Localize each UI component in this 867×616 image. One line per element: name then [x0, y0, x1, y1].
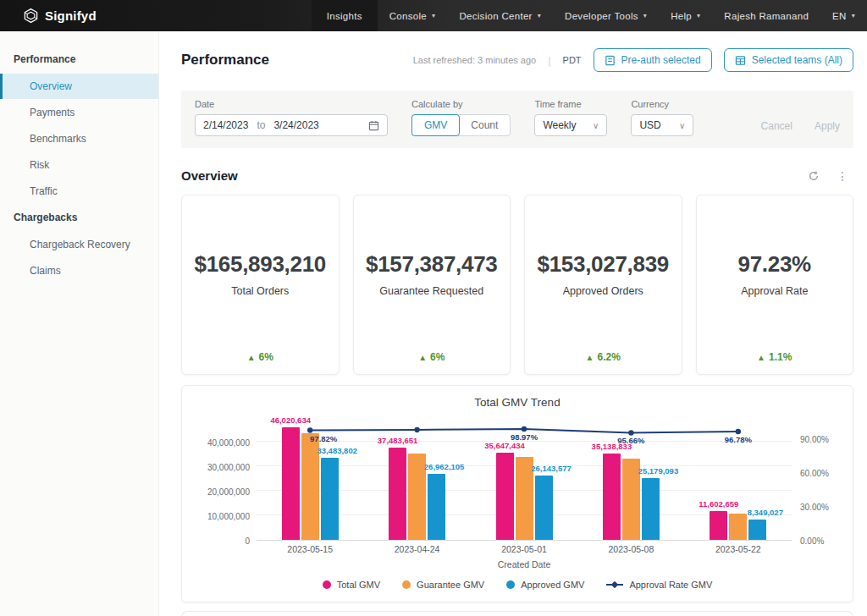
date-to-value[interactable]: 3/24/2023: [273, 119, 318, 131]
y-right-tick: 0.00%: [800, 536, 824, 546]
sidebar-section-performance: Performance: [0, 47, 158, 73]
sidebar-item-overview[interactable]: Overview: [0, 74, 158, 99]
nav-item-label: Developer Tools: [565, 11, 638, 21]
next-card-partial: .: [181, 611, 853, 616]
preauth-selected-button[interactable]: Pre-auth selected: [594, 48, 712, 72]
y-left-tick: 30,000,000: [207, 463, 250, 472]
date-from-value[interactable]: 2/14/2023: [203, 119, 248, 131]
cancel-button[interactable]: Cancel: [761, 120, 792, 132]
chart-plot-area: 46,020,63433,483,80297.82%37,483,65126,9…: [257, 414, 792, 541]
selected-teams-button[interactable]: Selected teams (All): [724, 48, 853, 72]
y-axis-right: 90.00%60.00%30.00%0.00%: [792, 414, 841, 541]
legend-item-approved-gmv[interactable]: Approved GMV: [506, 580, 584, 590]
kpi-label: Approved Orders: [563, 285, 643, 297]
caret-down-icon: ▾: [432, 13, 435, 19]
time-frame-value: Weekly: [543, 119, 576, 131]
legend-item-guarantee-gmv[interactable]: Guarantee GMV: [402, 580, 484, 590]
sidebar-item-payments[interactable]: Payments: [0, 100, 158, 125]
y-left-tick: 40,000,000: [207, 438, 250, 448]
kpi-row: $165,893,210Total Orders▲6%$157,387,473G…: [181, 195, 853, 375]
nav-item-label: Decision Center: [459, 11, 532, 21]
kebab-menu-icon[interactable]: ⋮: [837, 169, 848, 183]
legend-label: Guarantee GMV: [417, 580, 484, 590]
caret-down-icon: ▾: [538, 13, 541, 19]
legend-line-diamond-icon: [606, 580, 623, 589]
kpi-label: Guarantee Requested: [379, 285, 483, 297]
nav-item-label: EN: [832, 11, 847, 21]
overview-section-header: Overview ⋮: [181, 168, 853, 183]
x-tick-label: 2023-05-01: [501, 544, 547, 554]
x-axis-title: Created Date: [257, 559, 792, 573]
sidebar: PerformanceOverviewPaymentsBenchmarksRis…: [0, 31, 159, 616]
calculate-by-toggle: GMV Count: [411, 114, 511, 136]
nav-item-decision-center[interactable]: Decision Center▾: [447, 0, 553, 31]
up-arrow-icon: ▲: [586, 353, 594, 362]
teams-grid-icon: [735, 55, 746, 66]
date-label: Date: [195, 99, 388, 109]
calendar-icon[interactable]: [368, 120, 379, 131]
x-tick-label: 2023-05-22: [715, 544, 761, 554]
nav-item-en[interactable]: EN▾: [820, 0, 867, 31]
up-arrow-icon: ▲: [247, 353, 256, 362]
calc-option-gmv[interactable]: GMV: [411, 114, 460, 136]
sidebar-item-risk[interactable]: Risk: [0, 152, 158, 178]
caret-down-icon: ▾: [643, 13, 647, 19]
calculate-by-label: Calculate by: [411, 99, 511, 109]
y-left-tick: 0: [245, 536, 250, 546]
sidebar-item-traffic[interactable]: Traffic: [0, 179, 158, 204]
up-arrow-icon: ▲: [757, 353, 765, 362]
kpi-label: Total Orders: [231, 285, 289, 297]
nav-item-label: Rajesh Ramanand: [724, 11, 809, 21]
chevron-down-icon: ∨: [593, 121, 599, 130]
x-tick-label: 2023-04-24: [395, 544, 440, 554]
preauth-selected-label: Pre-auth selected: [621, 54, 701, 66]
selected-teams-label: Selected teams (All): [752, 54, 842, 66]
brand-name: Signifyd: [45, 8, 97, 23]
up-arrow-icon: ▲: [418, 353, 427, 362]
legend-label: Total GMV: [337, 580, 380, 590]
kpi-card-total-orders: $165,893,210Total Orders▲6%: [181, 195, 340, 375]
y-left-tick: 10,000,000: [207, 512, 250, 521]
apply-button[interactable]: Apply: [815, 120, 840, 132]
kpi-label: Approval Rate: [741, 285, 808, 297]
chart-title: Total GMV Trend: [194, 396, 841, 409]
legend-item-total-gmv[interactable]: Total GMV: [323, 580, 380, 590]
nav-item-label: Insights: [327, 11, 362, 21]
nav-item-label: Console: [389, 11, 427, 21]
nav-item-console[interactable]: Console▾: [378, 0, 448, 31]
sidebar-item-chargeback-recovery[interactable]: Chargeback Recovery: [0, 232, 158, 257]
legend-dot-icon: [506, 580, 515, 589]
page-title: Performance: [181, 52, 269, 69]
kpi-card-approved-orders: $153,027,839Approved Orders▲6.2%: [524, 195, 682, 375]
y-right-tick: 60.00%: [800, 469, 829, 478]
sidebar-item-benchmarks[interactable]: Benchmarks: [0, 126, 158, 151]
kpi-delta: ▲6.2%: [525, 351, 682, 363]
approval-rate-line: [257, 414, 792, 541]
kpi-delta: ▲6%: [182, 351, 339, 363]
currency-label: Currency: [631, 99, 693, 109]
y-axis-left: 40,000,00030,000,00020,000,00010,000,000…: [194, 414, 257, 541]
nav-item-developer-tools[interactable]: Developer Tools▾: [553, 0, 659, 31]
refresh-icon[interactable]: [808, 170, 820, 182]
date-to-word: to: [257, 119, 265, 131]
nav-item-help[interactable]: Help▾: [659, 0, 712, 31]
nav-item-rajesh-ramanand[interactable]: Rajesh Ramanand: [712, 0, 820, 31]
top-nav: Signifyd InsightsConsole▾Decision Center…: [0, 0, 867, 31]
kpi-delta: ▲6%: [354, 351, 511, 363]
date-range-input[interactable]: 2/14/2023 to 3/24/2023: [195, 114, 388, 136]
timezone-label: PDT: [563, 55, 582, 65]
time-frame-label: Time frame: [534, 99, 607, 109]
currency-select[interactable]: USD ∨: [631, 114, 693, 136]
caret-down-icon: ▾: [697, 13, 700, 19]
sidebar-item-claims[interactable]: Claims: [0, 258, 158, 283]
signifyd-brand[interactable]: Signifyd: [0, 0, 97, 31]
nav-item-insights[interactable]: Insights: [312, 0, 378, 31]
main-content: Performance Last refreshed: 3 minutes ag…: [159, 31, 867, 616]
calc-option-count[interactable]: Count: [459, 115, 510, 135]
time-frame-select[interactable]: Weekly ∨: [534, 114, 607, 136]
x-axis-labels: 2023-05-152023-04-242023-05-012023-05-08…: [257, 544, 792, 559]
legend-dot-icon: [323, 580, 331, 589]
chevron-down-icon: ∨: [679, 121, 685, 130]
legend-item-approval-rate-gmv[interactable]: Approval Rate GMV: [606, 580, 712, 590]
legend-label: Approved GMV: [521, 580, 584, 590]
